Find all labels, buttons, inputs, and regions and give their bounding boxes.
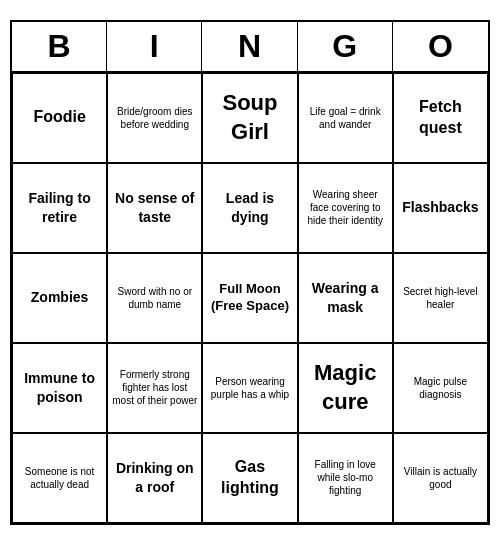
bingo-cell-2: Soup Girl: [202, 73, 297, 163]
bingo-cell-21: Drinking on a roof: [107, 433, 202, 523]
bingo-cell-3: Life goal = drink and wander: [298, 73, 393, 163]
bingo-cell-1: Bride/groom dies before wedding: [107, 73, 202, 163]
bingo-cell-18: Magic cure: [298, 343, 393, 433]
header-letter-n: N: [202, 22, 297, 71]
bingo-cell-12: Full Moon (Free Space): [202, 253, 297, 343]
bingo-cell-6: No sense of taste: [107, 163, 202, 253]
header-letter-o: O: [393, 22, 488, 71]
bingo-cell-15: Immune to poison: [12, 343, 107, 433]
bingo-cell-20: Someone is not actually dead: [12, 433, 107, 523]
bingo-cell-7: Lead is dying: [202, 163, 297, 253]
bingo-cell-13: Wearing a mask: [298, 253, 393, 343]
header-letter-b: B: [12, 22, 107, 71]
bingo-cell-4: Fetch quest: [393, 73, 488, 163]
bingo-cell-8: Wearing sheer face covering to hide thei…: [298, 163, 393, 253]
bingo-cell-22: Gas lighting: [202, 433, 297, 523]
bingo-cell-24: Villain is actually good: [393, 433, 488, 523]
bingo-grid: FoodieBride/groom dies before weddingSou…: [12, 73, 488, 523]
bingo-cell-10: Zombies: [12, 253, 107, 343]
bingo-cell-14: Secret high-level healer: [393, 253, 488, 343]
bingo-cell-23: Falling in love while slo-mo fighting: [298, 433, 393, 523]
bingo-cell-5: Failing to retire: [12, 163, 107, 253]
bingo-cell-9: Flashbacks: [393, 163, 488, 253]
bingo-cell-17: Person wearing purple has a whip: [202, 343, 297, 433]
bingo-cell-11: Sword with no or dumb name: [107, 253, 202, 343]
header-letter-i: I: [107, 22, 202, 71]
bingo-cell-19: Magic pulse diagnosis: [393, 343, 488, 433]
bingo-cell-16: Formerly strong fighter has lost most of…: [107, 343, 202, 433]
bingo-card: BINGO FoodieBride/groom dies before wedd…: [10, 20, 490, 525]
bingo-header: BINGO: [12, 22, 488, 73]
header-letter-g: G: [298, 22, 393, 71]
bingo-cell-0: Foodie: [12, 73, 107, 163]
